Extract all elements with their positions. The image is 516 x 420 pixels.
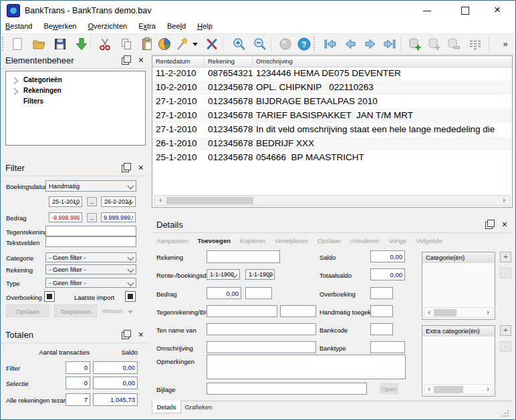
boekingsdatum-select[interactable]: Handmatig [45,180,136,192]
handmatig-toegekend-field[interactable] [370,305,393,317]
rentedatum-select[interactable]: 1-1-1900 [207,269,240,280]
tegenrekening-input-detail[interactable] [207,305,277,317]
resize-grip[interactable] [503,411,509,417]
bic-input[interactable] [280,305,316,317]
date-from-select[interactable]: 25-1-2010 [49,196,82,207]
rekening-input[interactable] [207,250,280,263]
tools-icon[interactable] [203,35,221,53]
bedrag-range-button[interactable]: .. [87,213,97,222]
wissen-button[interactable]: Wissen [102,307,123,314]
boekingsdatum-select-2[interactable]: 1-1-1900 [245,269,275,280]
banktype-field[interactable] [370,341,405,353]
overboeking-checkbox[interactable] [44,291,55,302]
help-icon[interactable]: ? [295,35,313,53]
float-panel-icon[interactable] [485,222,493,229]
scrollbar-thumb[interactable] [166,197,253,204]
db-add-record-icon[interactable] [406,35,423,53]
table-row[interactable]: 27-1-2010 012345678 TARIEF BASISPAKKET J… [152,109,512,123]
nav-first-icon[interactable] [321,35,339,53]
db-copy-record-icon[interactable] [425,35,442,53]
nav-previous-icon[interactable] [342,35,359,53]
table-row[interactable]: 25-1-2010 012345678 054666 BP MAASTRICHT [152,151,512,165]
table-row[interactable]: 11-2-2010 087654321 1234446 HEMA DE075 D… [152,67,512,81]
toolbar-overflow-chevron[interactable]: » [497,35,514,53]
menu-help[interactable]: Help [192,21,217,32]
remove-extra-categorie-button[interactable]: - [500,341,511,352]
close-panel-icon[interactable]: × [138,162,144,173]
close-button[interactable] [483,1,514,21]
rows-filter-icon[interactable] [467,35,484,53]
add-categorie-button[interactable]: + [500,252,511,262]
laatste-import-checkbox[interactable] [125,291,136,302]
close-panel-icon[interactable]: × [138,55,144,65]
bedrag-extra-input[interactable] [245,287,272,299]
table-row[interactable]: 27-1-2010 012345678 In dit veld omschrij… [152,123,512,137]
bijlage-input[interactable] [207,383,367,395]
nav-last-icon[interactable] [381,35,398,53]
vorige-action[interactable]: Vorige [388,237,406,244]
col-rekening[interactable]: Rekening [205,56,253,66]
aanpassen-action[interactable]: Aanpassen [156,237,188,244]
maximize-button[interactable] [450,1,480,21]
magic-wand-icon[interactable] [173,35,190,53]
omschrijving-input[interactable] [207,341,316,353]
type-select[interactable]: - Geen filter - [45,278,136,288]
opmerkingen-textarea[interactable] [207,355,406,379]
bankcode-field[interactable] [370,323,393,335]
table-row[interactable]: 27-1-2010 012345678 BIJDRAGE BETAALPAS 2… [152,95,512,109]
verwijderen-action[interactable]: Verwijderen [275,237,308,244]
overboeking-field[interactable] [370,287,393,299]
minimize-button[interactable] [412,1,442,21]
open-folder-icon[interactable] [30,35,47,53]
opslaan-action[interactable]: Opslaan [317,237,341,244]
add-extra-categorie-button[interactable]: + [500,325,511,336]
float-panel-icon[interactable] [122,332,129,339]
scroll-right-icon[interactable]: › [483,308,493,317]
new-file-icon[interactable] [9,35,26,53]
volgende-action[interactable]: Volgende [416,237,442,244]
bedrag-max-input[interactable] [101,212,136,222]
toepassen-button[interactable]: Toepassen [54,304,97,317]
tab-details[interactable]: Details [152,401,181,413]
wissen-dropdown-icon[interactable] [128,310,133,314]
chevron-right-icon[interactable] [11,77,18,84]
scroll-left-icon[interactable]: ‹ [156,196,165,205]
extra-categorieen-list-header[interactable]: Extra categorie(ën) [422,325,495,337]
scroll-left-icon[interactable]: ‹ [424,385,434,394]
close-panel-icon[interactable]: × [502,219,507,230]
categorieen-list[interactable]: ‹ › [422,263,495,320]
menu-bestand[interactable]: Bestand [1,21,37,32]
toevoegen-action[interactable]: Toevoegen [198,237,231,244]
wand-dropdown-icon[interactable] [190,35,200,53]
close-panel-icon[interactable]: × [138,329,144,340]
col-rentedatum[interactable]: Rentedatum [152,56,205,66]
pie-chart-icon[interactable] [156,35,173,53]
tree-item-categorieen[interactable]: Categorieën [6,75,145,85]
scrollbar-thumb[interactable] [434,309,457,317]
copy-icon[interactable] [118,35,135,53]
zoom-out-icon[interactable] [251,35,269,53]
chevron-right-icon[interactable] [11,87,18,95]
toolbar-drag-handle[interactable] [313,37,317,51]
menu-overzichten[interactable]: Overzichten [83,21,132,32]
scroll-right-icon[interactable]: › [499,196,509,205]
tree-item-rekeningen[interactable]: Rekeningen [6,86,145,96]
tegenrekening-input[interactable] [45,226,136,236]
bedrag-input[interactable] [207,287,241,299]
globe-disabled-icon[interactable] [277,35,294,53]
zoom-in-icon[interactable] [231,35,248,53]
kopieren-action[interactable]: Kopiëren [240,237,265,244]
table-row[interactable]: 26-1-2010 012345678 BEDRIJF XXX [152,137,512,151]
menu-bewerken[interactable]: Bewerken [39,21,81,32]
table-horizontal-scrollbar[interactable]: ‹ › [154,195,511,206]
annuleren-action[interactable]: Annuleren [350,237,379,244]
categorieen-list-header[interactable]: Categorie(ën) [422,252,495,264]
toolbar-drag-handle[interactable] [2,37,5,51]
paste-icon[interactable] [138,35,156,53]
ten-name-van-input[interactable] [207,323,316,335]
col-omschrijving[interactable]: Omschrijving [253,56,512,66]
cut-icon[interactable] [96,35,114,53]
scroll-right-icon[interactable]: › [483,385,493,394]
extra-categorieen-list[interactable]: ‹ › [422,337,495,397]
bedrag-min-input[interactable] [49,212,82,222]
